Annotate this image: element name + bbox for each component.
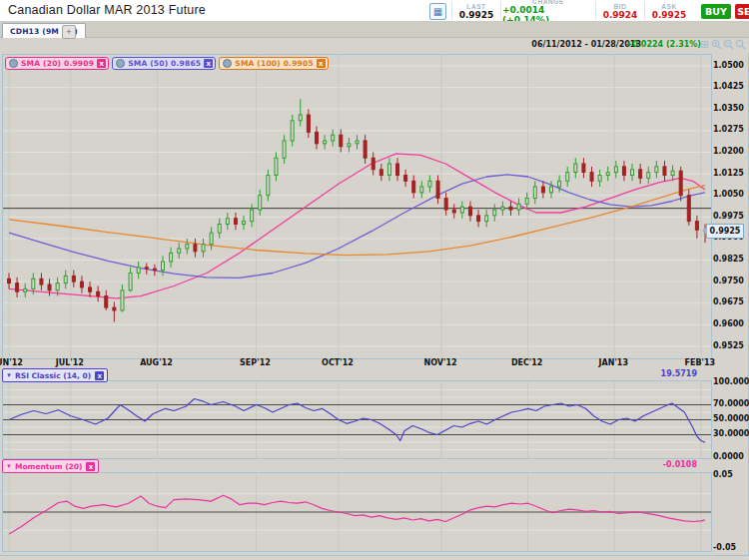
- axis-tick-label: 1.0500: [713, 61, 744, 70]
- axis-tick-label: 1.0350: [713, 104, 744, 113]
- axis-tick-label: 0.9600: [713, 319, 744, 328]
- sma20-badge[interactable]: SMA (20) 0.9909 x: [5, 57, 109, 70]
- momentum-panel-header[interactable]: ▼ Momentum (20) x: [2, 459, 99, 473]
- rsi-collapse-icon[interactable]: ▼: [6, 372, 12, 378]
- sma100-label: SMA (100) 0.9905: [235, 59, 314, 68]
- axis-tick-label: 100.0000: [713, 377, 749, 386]
- trading-chart-window: Canadian Dollar MAR 2013 Future ▦ LAST 0…: [0, 0, 749, 560]
- instrument-title: Canadian Dollar MAR 2013 Future: [8, 3, 206, 17]
- sma100-close-icon[interactable]: x: [317, 59, 326, 68]
- momentum-collapse-icon[interactable]: ▼: [6, 463, 12, 469]
- momentum-panel-label: Momentum (20): [15, 462, 83, 471]
- sma50-label: SMA (50) 0.9865: [128, 59, 201, 68]
- expand-icon[interactable]: ⊞: [699, 39, 710, 50]
- ask-value: 0.9925: [652, 10, 687, 20]
- zoom-reset-icon[interactable]: [735, 39, 746, 50]
- sma100-badge[interactable]: SMA (100) 0.9905 x: [219, 57, 329, 70]
- ask-label: ASK: [661, 3, 677, 10]
- axis-tick-label: NOV'12: [422, 358, 458, 367]
- axis-tick-label: JAN'13: [595, 358, 631, 367]
- axis-tick-label: 70.0000: [713, 399, 749, 408]
- axis-tick-label: 1.0275: [713, 125, 744, 134]
- axis-tick-label: FEB'13: [682, 358, 718, 367]
- zoom-out-icon[interactable]: [723, 39, 734, 50]
- rsi-panel-header[interactable]: ▼ RSI Classic (14, 0) x: [2, 368, 108, 382]
- zoom-in-icon[interactable]: [711, 39, 722, 50]
- axis-tick-label: JUN'12: [0, 358, 26, 367]
- axis-tick-label: 1.0050: [713, 190, 744, 199]
- axis-tick-label: SEP'12: [237, 358, 273, 367]
- axis-tick-label: 0.05: [713, 470, 733, 479]
- calendar-icon[interactable]: ▦: [429, 3, 446, 20]
- axis-tick-label: 1.0125: [713, 169, 744, 178]
- rsi-panel-label: RSI Classic (14, 0): [15, 371, 91, 380]
- sma50-close-icon[interactable]: x: [204, 59, 213, 68]
- axis-tick-label: 0.9750: [713, 277, 744, 285]
- sma50-badge[interactable]: SMA (50) 0.9865 x: [112, 57, 216, 70]
- momentum-value: -0.0108: [663, 460, 697, 469]
- bid-label: BID: [614, 3, 627, 10]
- date-range: 06/11/2012 - 01/28/2013: [531, 40, 641, 49]
- range-change: +0.0224 (2.31%): [626, 40, 701, 49]
- chart-toolbar: 06/11/2012 - 01/28/2013 +0.0224 (2.31%) …: [0, 37, 749, 53]
- sma50-bullet-icon: [116, 59, 125, 68]
- axis-tick-label: 1.0425: [713, 82, 744, 91]
- tab-bar: CDH13 (9M - D) +: [0, 21, 749, 38]
- axis-tick-label: 30.0000: [713, 429, 749, 438]
- axis-tick-label: 0.9675: [713, 297, 744, 306]
- axis-tick-label: 1.0200: [713, 147, 744, 156]
- bid-value: 0.9924: [603, 10, 638, 20]
- header-bar: Canadian Dollar MAR 2013 Future ▦ LAST 0…: [0, 0, 749, 22]
- momentum-chart[interactable]: [2, 472, 712, 552]
- buy-button[interactable]: BUY: [701, 4, 731, 19]
- last-price-tag: 0.9925: [706, 224, 744, 239]
- sma20-bullet-icon: [9, 59, 18, 68]
- axis-tick-label: 0.9825: [713, 255, 744, 264]
- sma20-label: SMA (20) 0.9909: [21, 59, 94, 68]
- axis-tick-label: OCT'12: [320, 358, 356, 367]
- last-label: LAST: [466, 3, 485, 10]
- rsi-chart[interactable]: [2, 380, 712, 459]
- momentum-close-icon[interactable]: x: [86, 462, 95, 471]
- sma20-close-icon[interactable]: x: [97, 59, 106, 68]
- overlay-badge-row: SMA (20) 0.9909 x SMA (50) 0.9865 x SMA …: [5, 57, 329, 70]
- sell-button[interactable]: SELL: [735, 4, 749, 19]
- sma100-bullet-icon: [223, 59, 232, 68]
- axis-tick-label: DEC'12: [509, 358, 545, 367]
- rsi-value: 19.5719: [661, 369, 697, 378]
- axis-tick-label: -0.05: [713, 543, 736, 552]
- main-price-chart[interactable]: [2, 54, 712, 359]
- axis-tick-label: 0.9975: [713, 212, 744, 221]
- rsi-close-icon[interactable]: x: [95, 371, 104, 380]
- axis-tick-label: 0.9525: [713, 341, 744, 350]
- axis-tick-label: 50.0000: [713, 414, 749, 423]
- last-value: 0.9925: [459, 10, 494, 20]
- axis-tick-label: AUG'12: [138, 358, 174, 367]
- axis-tick-label: JUL'12: [52, 358, 88, 367]
- axis-tick-label: 0.0000: [713, 452, 744, 461]
